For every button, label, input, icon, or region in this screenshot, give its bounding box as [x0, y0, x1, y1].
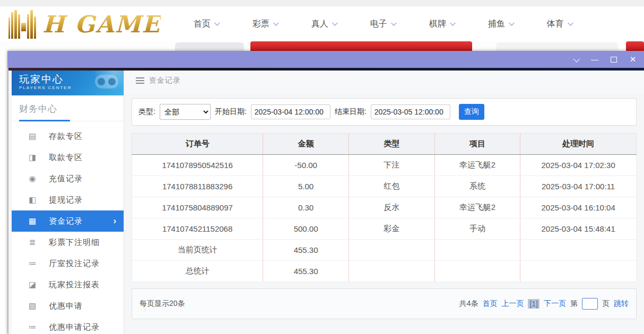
withdraw-icon: ◨ — [28, 153, 37, 162]
deposit-icon: ▤ — [28, 131, 37, 141]
table-row-grand-total: 总统计 455.30 — [132, 261, 637, 282]
jump-label-post: 页 — [602, 299, 610, 309]
maximize-button[interactable] — [610, 56, 617, 63]
start-date-input[interactable] — [251, 104, 330, 119]
cell-amount: 500.00 — [263, 218, 349, 240]
filter-panel: 类型: 全部 开始日期: 结束日期: 查询 — [132, 98, 637, 126]
chevron-down-icon — [391, 20, 397, 26]
nav-label: 捕鱼 — [488, 19, 505, 30]
search-button[interactable]: 查询 — [459, 104, 484, 120]
jump-label-pre: 第 — [570, 299, 578, 309]
current-page-badge: [1] — [528, 299, 539, 309]
banner-shape — [496, 42, 618, 51]
sidebar-item-deposit-zone[interactable]: ▤ 存款专区 — [12, 126, 124, 147]
nav-item-home[interactable]: 首页 — [194, 19, 219, 30]
total-count: 共4条 — [459, 299, 478, 309]
sidebar-item-label: 资金记录 — [49, 216, 83, 226]
sidebar-item-hall-bet-records[interactable]: ≔ 厅室投注记录 — [12, 253, 124, 274]
table-header-row: 订单号 金额 类型 项目 处理时间 — [132, 134, 637, 155]
minimize-button[interactable]: — — [591, 56, 598, 63]
cell-time: 2025-03-04 17:02:30 — [520, 155, 637, 176]
jump-button[interactable]: 跳转 — [614, 299, 629, 309]
sidebar-item-label: 存款专区 — [49, 131, 83, 142]
next-page-link[interactable]: 下一页 — [544, 299, 566, 309]
chevron-down-icon — [573, 55, 580, 62]
menu-icon[interactable] — [136, 77, 144, 84]
nav-item-chess[interactable]: 棋牌 — [429, 19, 454, 30]
cell-project: 幸运飞艇2 — [434, 197, 520, 218]
nav-item-slots[interactable]: 电子 — [370, 19, 395, 30]
nav-item-fishing[interactable]: 捕鱼 — [488, 19, 513, 30]
chevron-down-icon — [450, 20, 456, 26]
page-jump-input[interactable] — [582, 298, 598, 310]
nav-label: 首页 — [194, 19, 211, 30]
collapse-button[interactable] — [572, 56, 579, 63]
chevron-down-icon — [509, 20, 515, 26]
banner-red-shape — [626, 41, 644, 51]
sidebar-item-label: 优惠申请 — [49, 301, 83, 311]
table-row: 1741075804889097 0.30 反水 幸运飞艇2 2025-03-0… — [132, 197, 637, 218]
col-order-id: 订单号 — [132, 134, 263, 155]
cell-type: 反水 — [349, 197, 434, 218]
table-row: 1741078811883296 5.00 红包 系统 2025-03-04 1… — [132, 176, 637, 197]
nav-item-sports[interactable]: 体育 — [547, 19, 572, 30]
sidebar-item-label: 提现记录 — [49, 195, 83, 205]
chevron-down-icon — [214, 20, 220, 26]
col-amount: 金额 — [263, 134, 349, 155]
main-content: 资金记录 类型: 全部 开始日期: 结束日期: 查询 订单号 金额 — [124, 68, 644, 334]
col-project: 项目 — [434, 134, 520, 155]
sidebar-item-withdraw-zone[interactable]: ◨ 取款专区 — [12, 147, 124, 168]
prev-page-link[interactable]: 上一页 — [501, 299, 524, 309]
background-banner — [0, 41, 644, 51]
cell-label: 当前页统计 — [132, 240, 263, 261]
cell-amount: 0.30 — [263, 197, 349, 218]
report-icon: ◪ — [28, 280, 37, 289]
sidebar: 玩家中心 PLAYERS CENTER 财务中心 ▤ 存款专区 ◨ 取款专区 ◉… — [12, 68, 124, 334]
banner-red-shape — [250, 41, 472, 51]
sidebar-item-funds-records[interactable]: ▦ 资金记录 › — [12, 210, 124, 232]
maximize-icon — [611, 57, 617, 63]
start-date-label: 开始日期: — [215, 107, 247, 117]
hall-bet-icon: ≔ — [28, 259, 37, 268]
first-page-link[interactable]: 首页 — [482, 299, 497, 309]
cell-project: 幸运飞艇2 — [434, 155, 520, 176]
logo[interactable]: H GAME — [8, 9, 161, 39]
sidebar-section: 财务中心 — [12, 95, 124, 115]
funds-icon: ▦ — [28, 216, 37, 226]
cell-order-id: 1741078950542516 — [132, 155, 263, 176]
nav-item-lottery[interactable]: 彩票 — [253, 19, 277, 30]
sidebar-item-recharge-records[interactable]: ◉ 充值记录 — [12, 168, 124, 189]
cell-time: 2025-03-04 15:48:41 — [520, 218, 637, 240]
nav-label: 真人 — [311, 19, 328, 30]
col-time: 处理时间 — [520, 134, 637, 155]
page-size-text: 每页显示20条 — [140, 299, 185, 309]
close-button[interactable]: ✕ — [629, 56, 637, 63]
sidebar-item-promo-apply-records[interactable]: ≔ 优惠申请记录 — [12, 317, 124, 334]
nav-item-live[interactable]: 真人 — [311, 19, 336, 30]
nav-label: 体育 — [547, 19, 564, 30]
sidebar-item-player-bet-report[interactable]: ◪ 玩家投注报表 — [12, 274, 124, 295]
recharge-icon: ◉ — [28, 174, 37, 183]
cell-type: 彩金 — [349, 218, 434, 240]
cell-amount: -50.00 — [263, 155, 349, 176]
banner-shape — [175, 42, 244, 51]
sidebar-section-title: 财务中心 — [19, 104, 57, 114]
sidebar-item-lottery-bet-details[interactable]: ≣ 彩票下注明细 — [12, 232, 124, 253]
modal-left-border — [7, 68, 8, 334]
window-titlebar[interactable]: — ✕ — [7, 51, 644, 68]
sidebar-menu: ▤ 存款专区 ◨ 取款专区 ◉ 充值记录 ◧ 提现记录 ▦ 资金记录 — [12, 126, 124, 334]
type-label: 类型: — [138, 107, 155, 117]
nav-label: 电子 — [370, 19, 387, 30]
promo-icon: ▧ — [28, 301, 37, 311]
chevron-right-icon: › — [114, 216, 116, 226]
player-center-window: — ✕ 玩家中心 PLAYERS CENTER 财务中心 ▤ 存款专区 — [7, 51, 644, 334]
end-date-input[interactable] — [371, 104, 450, 119]
cashout-icon: ◧ — [28, 195, 37, 205]
page-title: 资金记录 — [149, 76, 181, 85]
sidebar-item-promo-apply[interactable]: ▧ 优惠申请 — [12, 295, 124, 317]
site-header: H GAME 首页 彩票 真人 电子 棋牌 捕鱼 体育 — [0, 6, 644, 41]
type-select[interactable]: 全部 — [160, 104, 211, 120]
section-underline — [12, 120, 124, 121]
sidebar-item-cashout-records[interactable]: ◧ 提现记录 — [12, 189, 124, 210]
sidebar-item-label: 玩家投注报表 — [49, 280, 100, 290]
